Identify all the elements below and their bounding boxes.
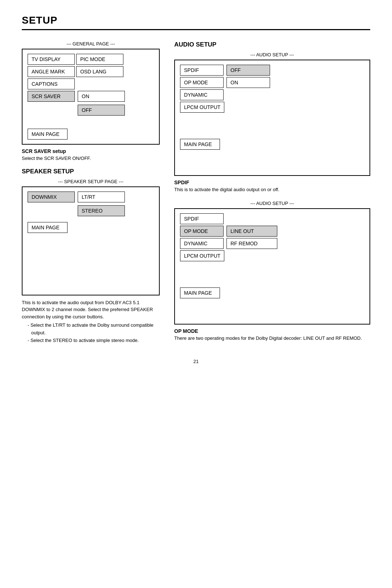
scr-saver-row: SCR SAVER ON OFF <box>28 91 154 117</box>
page-number: 21 <box>22 359 370 364</box>
tv-display-item[interactable]: TV DISPLAY <box>28 54 75 65</box>
spdif-desc: This is to activate the digital audio ou… <box>174 186 370 193</box>
page-title: SETUP <box>22 15 370 30</box>
lpcm-item2[interactable]: LPCM OUTPUT <box>180 250 224 261</box>
stereo-item[interactable]: STEREO <box>78 205 125 216</box>
spdif-off-option[interactable]: OFF <box>226 65 270 76</box>
audio2-menu-box: SPDIF OP MODE LINE OUT DYNAMIC RF REMOD … <box>174 208 370 325</box>
downmix-row: DOWNMIX LT/RT STEREO <box>28 192 154 218</box>
dynamic-item1[interactable]: DYNAMIC <box>180 89 224 100</box>
general-menu-box: TV DISPLAY PIC MODE ANGLE MARK OSD LANG … <box>22 49 160 145</box>
scr-saver-desc-title: SCR SAVER setup <box>22 148 160 154</box>
speaker-section-label: --- SPEAKER SETUP PAGE --- <box>22 179 160 184</box>
scr-saver-off[interactable]: OFF <box>78 105 125 116</box>
bullet-2: - Select the STEREO to activate simple s… <box>28 337 160 345</box>
dynamic-row2: DYNAMIC RF REMOD <box>180 238 364 249</box>
audio2-section-label: --- AUDIO SETUP --- <box>174 201 370 206</box>
spdif-row: SPDIF OFF <box>180 65 364 76</box>
op-mode-item1[interactable]: OP MODE <box>180 77 224 88</box>
lpcm-item1[interactable]: LPCM OUTPUT <box>180 102 224 113</box>
angle-mark-item[interactable]: ANGLE MARK <box>28 66 75 77</box>
speaker-menu-box: DOWNMIX LT/RT STEREO MAIN PAGE <box>22 186 160 295</box>
op-mode-item2[interactable]: OP MODE <box>180 226 224 237</box>
spdif-item[interactable]: SPDIF <box>180 65 224 76</box>
general-main-page-btn[interactable]: MAIN PAGE <box>28 129 68 140</box>
speaker-options: LT/RT STEREO <box>78 192 125 218</box>
spdif-row2: SPDIF <box>180 213 364 224</box>
pic-mode-item[interactable]: PIC MODE <box>76 54 123 65</box>
bullet-1: - Select the LT/RT to activate the Dolby… <box>28 322 160 337</box>
audio1-menu-box: SPDIF OFF OP MODE ON DYNAMIC LPCM OUTPUT… <box>174 60 370 176</box>
rf-remod-option[interactable]: RF REMOD <box>226 238 277 249</box>
spdif-desc-title: SPDIF <box>174 180 370 185</box>
dynamic-item2[interactable]: DYNAMIC <box>180 238 224 249</box>
speaker-main-page-btn[interactable]: MAIN PAGE <box>28 222 68 233</box>
audio-setup-title: AUDIO SETUP <box>174 41 370 48</box>
op-mode-desc-title: OP MODE <box>174 328 370 334</box>
general-section-label: --- GENERAL PAGE --- <box>22 41 160 47</box>
op-mode-row1: OP MODE ON <box>180 77 364 88</box>
osd-lang-item[interactable]: OSD LANG <box>76 66 123 77</box>
op-mode-desc: There are two operating modes for the Do… <box>174 335 370 342</box>
speaker-desc: This is to activate the audio output fro… <box>22 299 160 321</box>
downmix-item[interactable]: DOWNMIX <box>28 192 75 202</box>
audio1-main-page-btn[interactable]: MAIN PAGE <box>180 139 220 150</box>
audio1-section-label: --- AUDIO SETUP --- <box>174 52 370 57</box>
scr-saver-desc: Select the SCR SAVER ON/OFF. <box>22 155 160 162</box>
speaker-title: SPEAKER SETUP <box>22 168 160 175</box>
dynamic-row1: DYNAMIC <box>180 89 364 100</box>
lpcm-row2: LPCM OUTPUT <box>180 250 364 261</box>
audio2-main-page-btn[interactable]: MAIN PAGE <box>180 287 220 298</box>
scr-saver-options: ON OFF <box>78 91 125 117</box>
speaker-bullets: - Select the LT/RT to activate the Dolby… <box>22 322 160 344</box>
ltrt-item[interactable]: LT/RT <box>78 192 125 202</box>
scr-saver-item[interactable]: SCR SAVER <box>28 91 75 102</box>
spdif-item2[interactable]: SPDIF <box>180 213 224 224</box>
captions-item[interactable]: CAPTIONS <box>28 78 75 89</box>
left-column: --- GENERAL PAGE --- TV DISPLAY PIC MODE… <box>22 41 160 344</box>
op-mode-row2: OP MODE LINE OUT <box>180 226 364 237</box>
lpcm-row1: LPCM OUTPUT <box>180 102 364 113</box>
scr-saver-on[interactable]: ON <box>78 91 125 102</box>
op-mode-on-option[interactable]: ON <box>226 77 270 88</box>
right-column: AUDIO SETUP --- AUDIO SETUP --- SPDIF OF… <box>174 41 370 344</box>
line-out-option[interactable]: LINE OUT <box>226 226 277 237</box>
